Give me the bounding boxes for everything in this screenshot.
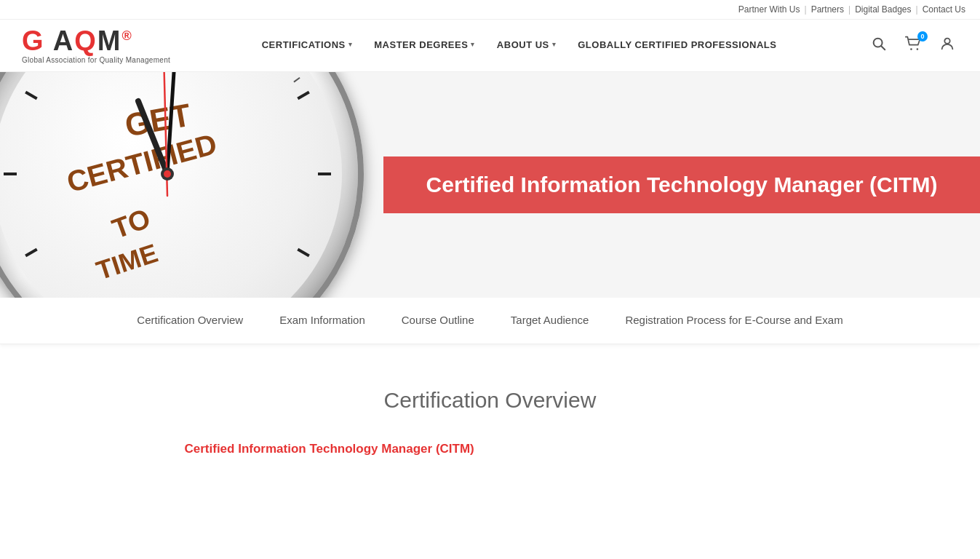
- separator-1: |: [805, 4, 807, 15]
- chevron-down-icon: ▾: [471, 41, 475, 48]
- hero-title-banner: Certified Information Technology Manager…: [383, 156, 980, 213]
- svg-rect-7: [297, 91, 310, 100]
- site-header: G AQM® Global Association for Quality Ma…: [0, 20, 980, 72]
- logo-subtitle: Global Association for Quality Managemen…: [22, 56, 170, 64]
- logo-q: Q: [74, 25, 97, 56]
- logo-reg: ®: [121, 28, 132, 43]
- chevron-down-icon: ▾: [552, 41, 557, 48]
- logo-text: G AQM®: [22, 27, 133, 55]
- main-content: Certification Overview Certified Informa…: [163, 344, 818, 485]
- certification-name-link[interactable]: Certified Information Technology Manager…: [185, 442, 474, 456]
- svg-point-33: [164, 170, 171, 178]
- clock-ticks: GET CERTIFIED TO TIME: [0, 72, 342, 298]
- svg-rect-15: [25, 91, 38, 100]
- separator-2: |: [848, 4, 850, 15]
- nav-master-degrees[interactable]: MASTER DEGREES ▾: [374, 36, 475, 56]
- tabs-navigation: Certification Overview Exam Information …: [0, 298, 980, 344]
- chevron-down-icon: ▾: [348, 41, 353, 48]
- contact-us-link[interactable]: Contact Us: [923, 4, 965, 15]
- hero-title: Certified Information Technology Manager…: [426, 173, 938, 197]
- tab-registration-process[interactable]: Registration Process for E-Course and Ex…: [625, 311, 842, 330]
- svg-rect-8: [318, 173, 331, 175]
- partner-with-us-link[interactable]: Partner With Us: [738, 4, 800, 15]
- nav-certifications[interactable]: CERTIFICATIONS ▾: [262, 36, 353, 56]
- tab-exam-information[interactable]: Exam Information: [279, 311, 365, 330]
- svg-rect-14: [4, 173, 17, 175]
- top-utility-bar: Partner With Us | Partners | Digital Bad…: [0, 0, 980, 20]
- svg-text:TO: TO: [108, 202, 154, 244]
- svg-line-1: [881, 46, 885, 49]
- main-nav: CERTIFICATIONS ▾ MASTER DEGREES ▾ ABOUT …: [262, 36, 777, 56]
- logo-area[interactable]: G AQM® Global Association for Quality Ma…: [22, 27, 170, 64]
- tab-target-audience[interactable]: Target Audience: [511, 311, 589, 330]
- svg-point-3: [917, 48, 919, 50]
- tab-certification-overview[interactable]: Certification Overview: [137, 311, 243, 330]
- logo-a1: A: [45, 25, 75, 56]
- nav-globally-certified[interactable]: GLOBALLY CERTIFIED PROFESSIONALS: [578, 36, 776, 56]
- logo-g: G: [22, 25, 45, 56]
- svg-rect-24: [293, 77, 300, 82]
- svg-rect-9: [297, 248, 310, 257]
- partners-link[interactable]: Partners: [811, 4, 844, 15]
- logo-m: M: [97, 25, 122, 56]
- digital-badges-link[interactable]: Digital Badges: [855, 4, 911, 15]
- separator-3: |: [916, 4, 918, 15]
- svg-point-4: [944, 39, 949, 44]
- cart-count-badge: 0: [917, 31, 928, 41]
- svg-text:TIME: TIME: [92, 238, 161, 286]
- user-account-button[interactable]: [936, 33, 958, 58]
- svg-rect-13: [25, 248, 38, 257]
- hero-section: GET CERTIFIED TO TIME Certified Info: [0, 72, 980, 298]
- nav-about-us[interactable]: ABOUT US ▾: [497, 36, 556, 56]
- clock-face: GET CERTIFIED TO TIME: [0, 72, 342, 298]
- tab-course-outline[interactable]: Course Outline: [402, 311, 474, 330]
- svg-point-2: [910, 48, 912, 50]
- hero-clock: GET CERTIFIED TO TIME: [0, 72, 364, 298]
- header-icons: 0: [868, 33, 958, 58]
- search-button[interactable]: [868, 33, 890, 58]
- cart-button[interactable]: 0: [901, 33, 925, 58]
- section-title: Certification Overview: [185, 388, 796, 413]
